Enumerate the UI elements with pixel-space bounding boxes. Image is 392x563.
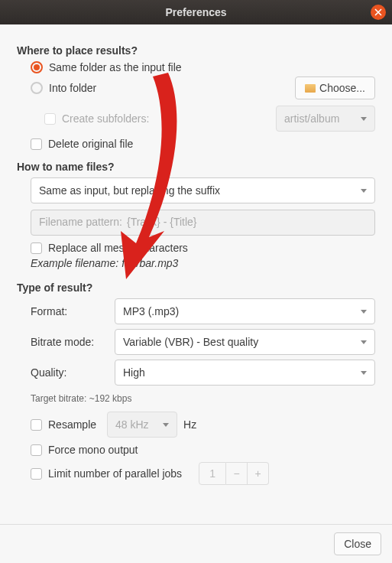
radio-into-folder[interactable] — [31, 82, 43, 94]
window-title: Preferences — [165, 6, 226, 18]
checkbox-delete-original[interactable] — [31, 138, 42, 150]
footer: Close — [0, 524, 392, 563]
same-folder-label: Same folder as the input file — [49, 61, 182, 73]
placement-heading: Where to place results? — [17, 44, 375, 57]
checkbox-create-subfolders[interactable] — [44, 113, 56, 125]
jobs-stepper[interactable]: 1 − + — [199, 462, 269, 485]
quality-select[interactable]: High — [115, 360, 375, 386]
bitrate-mode-select[interactable]: Variable (VBR) - Best quality — [115, 329, 375, 355]
radio-same-folder[interactable] — [31, 61, 43, 73]
delete-original-label: Delete original file — [48, 138, 133, 150]
example-value: foo/bar.mp3 — [121, 257, 178, 269]
hz-label: Hz — [183, 418, 196, 431]
close-button-label: Close — [344, 538, 371, 550]
format-value: MP3 (.mp3) — [123, 305, 179, 317]
titlebar: Preferences — [0, 0, 392, 24]
resample-label: Resample — [48, 418, 96, 431]
pattern-input: Filename pattern: {Track} - {Title} — [31, 210, 375, 236]
choose-label: Choose... — [319, 82, 365, 94]
subfolder-pattern-value: artist/album — [284, 112, 339, 125]
plus-icon[interactable]: + — [248, 462, 269, 485]
format-select[interactable]: MP3 (.mp3) — [115, 298, 375, 324]
subfolder-pattern-select[interactable]: artist/album — [276, 106, 375, 132]
chevron-down-icon — [163, 423, 169, 427]
target-bitrate: Target bitrate: ~192 kbps — [31, 393, 375, 404]
chevron-down-icon — [361, 310, 367, 314]
checkbox-resample[interactable] — [31, 419, 42, 431]
minus-icon[interactable]: − — [226, 462, 248, 485]
chevron-down-icon — [361, 371, 367, 375]
limit-jobs-label: Limit number of parallel jobs — [48, 467, 182, 480]
example-label: Example filename: — [31, 257, 118, 269]
format-label: Format: — [31, 305, 115, 317]
resample-select[interactable]: 48 kHz — [107, 412, 177, 438]
result-heading: Type of result? — [17, 282, 375, 294]
naming-heading: How to name files? — [17, 161, 375, 173]
force-mono-label: Force mono output — [48, 444, 138, 456]
naming-mode-select[interactable]: Same as input, but replacing the suffix — [31, 177, 375, 203]
quality-label: Quality: — [31, 366, 115, 379]
into-folder-label: Into folder — [49, 82, 96, 94]
close-button[interactable]: Close — [334, 532, 381, 555]
folder-icon — [305, 84, 316, 93]
bitrate-mode-label: Bitrate mode: — [31, 336, 115, 348]
naming-mode-value: Same as input, but replacing the suffix — [39, 184, 220, 197]
quality-value: High — [123, 366, 145, 379]
pattern-value: {Track} - {Title} — [127, 216, 197, 229]
chevron-down-icon — [361, 117, 367, 121]
checkbox-replace-messy[interactable] — [31, 242, 42, 254]
checkbox-limit-jobs[interactable] — [31, 468, 42, 480]
pattern-label: Filename pattern: — [39, 216, 122, 229]
chevron-down-icon — [361, 340, 367, 344]
replace-messy-label: Replace all messy characters — [48, 242, 188, 254]
jobs-value: 1 — [199, 462, 226, 485]
close-icon[interactable] — [371, 5, 386, 20]
choose-button[interactable]: Choose... — [295, 76, 375, 99]
bitrate-mode-value: Variable (VBR) - Best quality — [123, 336, 258, 348]
checkbox-force-mono[interactable] — [31, 444, 42, 456]
create-subfolders-label: Create subfolders: — [62, 112, 149, 125]
resample-value: 48 kHz — [115, 418, 149, 431]
chevron-down-icon — [361, 189, 367, 193]
